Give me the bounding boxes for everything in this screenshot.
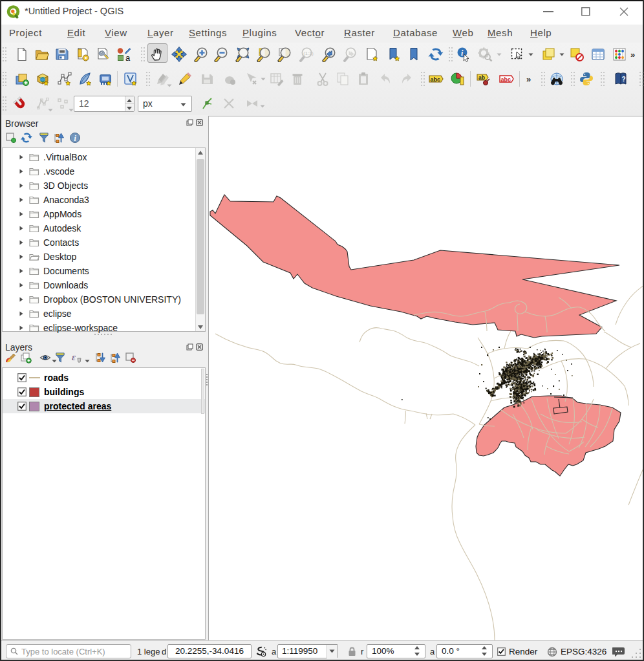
svg-text:(1:1): (1:1) (303, 50, 314, 56)
svg-text:abc: abc (501, 76, 511, 83)
svg-text:ab: ab (478, 74, 485, 81)
svg-text:?: ? (622, 76, 626, 83)
svg-text:ε: ε (72, 352, 76, 362)
svg-text:»: » (526, 74, 531, 84)
svg-text:a: a (125, 53, 131, 62)
svg-text:»: » (630, 50, 635, 60)
svg-text:abc: abc (431, 76, 441, 83)
